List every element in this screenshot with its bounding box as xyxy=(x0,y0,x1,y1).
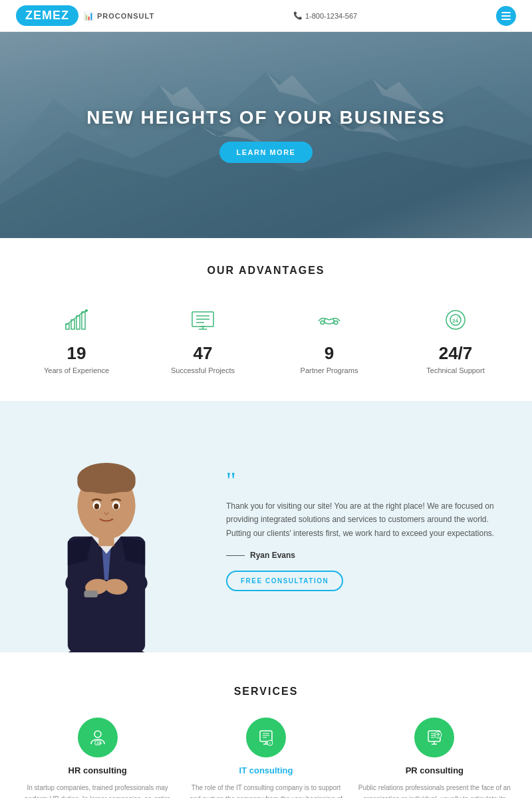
support-label: Technical Support xyxy=(426,366,484,374)
services-section: SERVICES JOB HR consulting In startup co… xyxy=(0,652,532,798)
header: ZEMEZ 📊 PROCONSULT 📞 1-800-1234-567 xyxy=(0,0,532,32)
author-name: Ryan Evans xyxy=(250,551,295,560)
advantages-title: OUR ADVANTAGES xyxy=(13,265,519,277)
projects-icon xyxy=(186,303,219,336)
partners-number: 9 xyxy=(325,343,334,364)
logo-area: ZEMEZ 📊 PROCONSULT xyxy=(16,5,154,26)
svg-point-47 xyxy=(94,731,101,737)
svg-point-44 xyxy=(94,503,99,509)
hero-title: NEW HEIGHTS OF YOUR BUSINESS xyxy=(86,107,445,128)
hr-icon-circle: JOB xyxy=(78,718,118,757)
hamburger-line xyxy=(501,15,511,17)
hero-content: NEW HEIGHTS OF YOUR BUSINESS LEARN MORE xyxy=(86,107,445,163)
hero-section: NEW HEIGHTS OF YOUR BUSINESS LEARN MORE xyxy=(0,32,532,238)
years-icon xyxy=(60,303,93,336)
hr-service-desc: In startup companies, trained profession… xyxy=(20,782,175,798)
quote-mark: " xyxy=(226,469,512,493)
svg-rect-38 xyxy=(84,591,98,597)
service-item-hr: JOB HR consulting In startup companies, … xyxy=(20,718,175,798)
hamburger-button[interactable] xyxy=(496,6,516,26)
advantage-item-support: 24 /7 24/7 Technical Support xyxy=(392,297,519,381)
logo-badge: ZEMEZ xyxy=(16,5,78,26)
partners-label: Partner Programs xyxy=(301,366,358,374)
years-label: Years of Experience xyxy=(44,366,109,374)
service-item-it: ✓ IT consulting The role of the IT consu… xyxy=(188,718,343,798)
svg-point-14 xyxy=(85,309,88,312)
advantage-item-years: 19 Years of Experience xyxy=(13,297,140,381)
testimonial-author: Ryan Evans xyxy=(226,551,512,560)
brand-name: 📊 PROCONSULT xyxy=(84,11,154,21)
advantages-section: OUR ADVANTAGES 19 Years of Experience xyxy=(0,238,532,401)
services-grid: JOB HR consulting In startup companies, … xyxy=(20,718,512,798)
hamburger-line xyxy=(501,19,511,20)
brand-icon: 📊 xyxy=(84,11,94,21)
advantage-item-partners: 9 Partner Programs xyxy=(266,297,392,381)
phone-icon: 📞 xyxy=(293,11,303,20)
pr-service-desc: Public relations professionals present t… xyxy=(357,782,512,798)
advantage-item-projects: 47 Successful Projects xyxy=(140,297,266,381)
consultation-button[interactable]: FREE CONSULTATION xyxy=(226,571,343,591)
testimonial-section: " Thank you for visiting our site! You a… xyxy=(0,401,532,652)
advantages-grid: 19 Years of Experience 47 Successful Pro… xyxy=(13,297,519,381)
svg-rect-41 xyxy=(77,471,135,492)
projects-label: Successful Projects xyxy=(171,366,235,374)
partners-icon xyxy=(313,303,346,336)
projects-number: 47 xyxy=(194,343,213,364)
it-icon-circle: ✓ xyxy=(246,718,286,757)
author-line xyxy=(226,555,245,556)
svg-text:/7: /7 xyxy=(457,315,461,319)
svg-text:JOB: JOB xyxy=(96,741,102,745)
support-icon: 24 /7 xyxy=(439,303,472,336)
svg-point-45 xyxy=(114,503,118,509)
hr-service-title: HR consulting xyxy=(68,765,127,775)
svg-rect-46 xyxy=(98,531,114,546)
person-illustration xyxy=(0,401,213,652)
svg-rect-13 xyxy=(82,312,85,329)
years-number: 19 xyxy=(67,343,86,364)
pr-service-title: PR consulting xyxy=(406,765,464,775)
it-service-desc: The role of the IT consulting company is… xyxy=(188,782,343,798)
testimonial-text: Thank you for visiting our site! You are… xyxy=(226,499,512,540)
testimonial-image xyxy=(0,401,213,652)
svg-text:✓: ✓ xyxy=(269,741,271,745)
services-title: SERVICES xyxy=(20,686,512,698)
svg-rect-12 xyxy=(76,316,80,329)
support-number: 24/7 xyxy=(439,343,473,364)
testimonial-content: " Thank you for visiting our site! You a… xyxy=(213,401,532,652)
header-phone: 📞 1-800-1234-567 xyxy=(293,11,357,20)
learn-more-button[interactable]: LEARN MORE xyxy=(219,142,313,163)
service-item-pr: PR consulting Public relations professio… xyxy=(357,718,512,798)
pr-icon-circle xyxy=(414,718,454,757)
hamburger-line xyxy=(501,12,511,13)
it-service-title: IT consulting xyxy=(239,765,293,775)
